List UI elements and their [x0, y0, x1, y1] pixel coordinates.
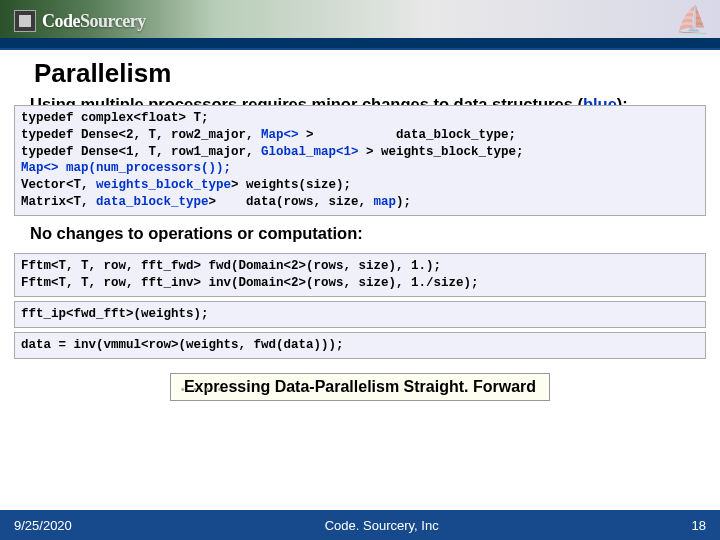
callout-box: Expressing Data-Parallelism Straight. Fo… [170, 373, 550, 401]
code-line: Fftm<T, T, row, fft_fwd> fwd(Domain<2>(r… [21, 258, 699, 275]
code-line: Matrix<T, data_block_type> data(rows, si… [21, 194, 699, 211]
subtitle: No changes to operations or computation: [14, 216, 706, 247]
footer-org: Code. Sourcery, Inc [72, 518, 692, 533]
logo-icon [14, 10, 36, 32]
footer-date: 9/25/2020 [14, 518, 72, 533]
code-line: typedef Dense<2, T, row2_major, Map<> > … [21, 127, 699, 144]
slide-body: Using multiple processors requires minor… [0, 93, 720, 510]
code-line: Vector<T, weights_block_type> weights(si… [21, 177, 699, 194]
code-line: typedef Dense<1, T, row1_major, Global_m… [21, 144, 699, 161]
code-block-4: data = inv(vmmul<row>(weights, fwd(data)… [14, 332, 706, 359]
brand-part2: Sourcery [80, 11, 146, 31]
code-line: data = inv(vmmul<row>(weights, fwd(data)… [21, 337, 699, 354]
slide-title: Parallelism [0, 50, 720, 93]
slide: CodeSourcery ⛵ Parallelism Using multipl… [0, 0, 720, 540]
code-stack: Fftm<T, T, row, fft_fwd> fwd(Domain<2>(r… [14, 253, 706, 359]
logo: CodeSourcery [14, 10, 146, 32]
callout-dots: • • • • [181, 384, 224, 396]
brand-part1: Code [42, 11, 80, 31]
code-block-2: Fftm<T, T, row, fft_fwd> fwd(Domain<2>(r… [14, 253, 706, 297]
code-line: typedef complex<float> T; [21, 110, 699, 127]
footer-page: 18 [692, 518, 706, 533]
callout-text: Expressing Data-Parallelism Straight. Fo… [184, 378, 536, 395]
footer: 9/25/2020 Code. Sourcery, Inc 18 [0, 510, 720, 540]
header-accent-bar [0, 38, 720, 48]
code-block-3: fft_ip<fwd_fft>(weights); [14, 301, 706, 328]
ship-icon: ⛵ [675, 4, 710, 37]
code-block-1: typedef complex<float> T; typedef Dense<… [14, 105, 706, 216]
logo-text: CodeSourcery [42, 11, 146, 32]
code-line: Map<> map(num_processors()); [21, 160, 699, 177]
code-line: Fftm<T, T, row, fft_inv> inv(Domain<2>(r… [21, 275, 699, 292]
header-banner: CodeSourcery ⛵ [0, 0, 720, 48]
code-line: fft_ip<fwd_fft>(weights); [21, 306, 699, 323]
